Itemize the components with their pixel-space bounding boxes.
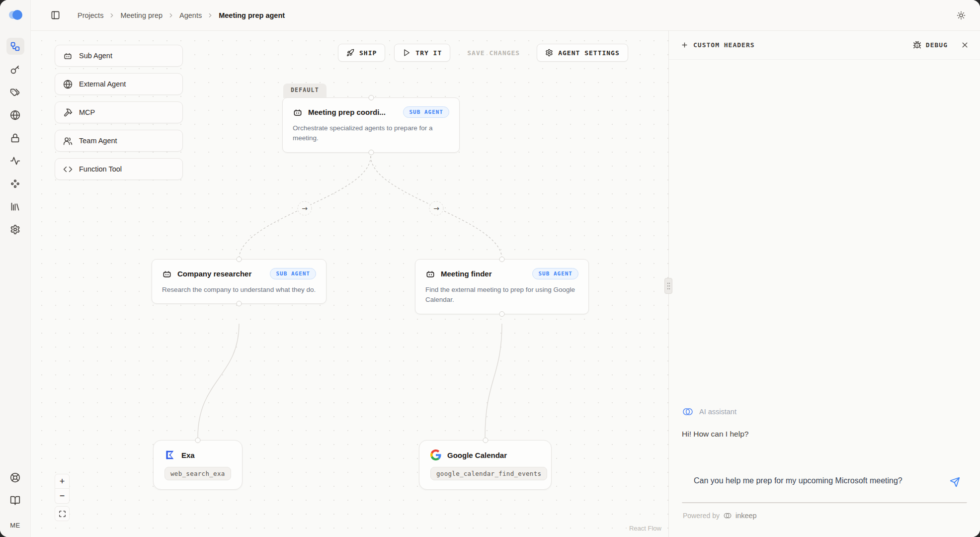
plus-icon <box>681 41 688 49</box>
sub-agent-badge: SUB AGENT <box>403 106 449 118</box>
hammer-icon <box>63 108 73 117</box>
rocket-icon <box>346 49 354 57</box>
close-icon[interactable] <box>961 41 969 49</box>
ship-button[interactable]: SHIP <box>338 44 385 62</box>
breadcrumb-agents[interactable]: Agents <box>179 11 202 19</box>
inkeep-logo <box>9 10 22 21</box>
palette-item-team-agent[interactable]: Team Agent <box>55 130 183 152</box>
palette-item-function-tool[interactable]: Function Tool <box>55 158 183 180</box>
node-description: Research the company to understand what … <box>162 285 316 295</box>
node-handle-top[interactable] <box>499 257 505 262</box>
bot-icon <box>425 269 435 279</box>
node-description: Find the external meeting to prep for us… <box>425 285 578 305</box>
activity-icon[interactable] <box>6 152 24 169</box>
node-google-calendar-tool[interactable]: Google Calendar google_calendar_find_eve… <box>419 440 552 490</box>
powered-by-label: Powered by <box>683 512 720 520</box>
node-handle-bottom[interactable] <box>499 311 505 317</box>
left-icon-rail: ME <box>0 0 31 537</box>
chat-area: AI assistant Hi! How can I help? Can you… <box>669 60 980 537</box>
agent-settings-button[interactable]: AGENT SETTINGS <box>537 44 628 62</box>
node-handle-top[interactable] <box>483 438 488 443</box>
default-agent-tag: DEFAULT <box>283 84 327 98</box>
debug-button[interactable]: DEBUG <box>913 41 948 49</box>
palette-item-external-agent[interactable]: External Agent <box>55 73 183 95</box>
node-title: Exa <box>181 451 195 459</box>
node-title: Company researcher <box>177 269 251 278</box>
node-title: Google Calendar <box>447 451 507 459</box>
chevron-right-icon <box>108 12 115 19</box>
workflow-icon[interactable] <box>6 38 24 55</box>
globe-icon <box>63 80 73 89</box>
send-button[interactable] <box>947 474 962 489</box>
powered-by-row[interactable]: Powered by inkeep <box>682 511 967 520</box>
palette-item-mcp[interactable]: MCP <box>55 101 183 123</box>
assistant-header: AI assistant <box>682 406 967 418</box>
globe-icon[interactable] <box>6 106 24 123</box>
agent-settings-button-label: AGENT SETTINGS <box>558 49 620 57</box>
book-icon[interactable] <box>6 492 24 509</box>
custom-headers-label: CUSTOM HEADERS <box>693 41 755 49</box>
react-flow-attribution[interactable]: React Flow <box>629 525 661 532</box>
gear-icon[interactable] <box>6 221 24 238</box>
key-icon[interactable] <box>6 61 24 78</box>
fit-view-button[interactable] <box>55 506 70 521</box>
bug-icon <box>913 41 921 49</box>
node-meeting-prep-coordinator[interactable]: Meeting prep coordi... SUB AGENT Orchest… <box>282 97 460 153</box>
node-meeting-finder[interactable]: Meeting finder SUB AGENT Find the extern… <box>415 259 589 314</box>
bot-icon <box>162 269 172 279</box>
edge-arrow-badge[interactable]: → <box>429 201 443 215</box>
library-icon[interactable] <box>6 198 24 215</box>
node-handle-bottom[interactable] <box>368 150 374 155</box>
arrow-right-icon: → <box>433 204 439 212</box>
sub-agent-badge: SUB AGENT <box>532 268 578 279</box>
custom-headers-button[interactable]: CUSTOM HEADERS <box>681 41 755 49</box>
chat-input[interactable]: Can you help me prep for my upcoming Mic… <box>682 467 967 503</box>
edge-meeting-finder-to-google-calendar <box>485 324 502 438</box>
flow-toolbar: SHIP TRY IT SAVE CHANGES AGENT SETTINGS <box>338 44 628 62</box>
node-handle-bottom[interactable] <box>237 301 242 306</box>
zoom-in-button[interactable]: + <box>55 474 70 489</box>
breadcrumb: Projects Meeting prep Agents Meeting pre… <box>78 11 285 19</box>
panel-resize-handle[interactable] <box>664 278 672 294</box>
bot-icon <box>293 107 303 117</box>
zoom-out-button[interactable]: − <box>55 489 70 504</box>
code-icon <box>63 165 73 174</box>
save-changes-button[interactable]: SAVE CHANGES <box>459 45 528 61</box>
node-handle-top[interactable] <box>368 95 374 100</box>
panel-left-toggle-icon[interactable] <box>48 8 63 23</box>
try-it-button[interactable]: TRY IT <box>394 44 450 62</box>
debug-label: DEBUG <box>926 41 948 49</box>
lock-icon[interactable] <box>6 129 24 146</box>
breadcrumb-meeting-prep[interactable]: Meeting prep <box>120 11 163 19</box>
users-icon <box>63 136 73 146</box>
user-avatar[interactable]: ME <box>10 522 20 529</box>
edge-arrow-badge[interactable]: → <box>298 201 312 215</box>
node-handle-top[interactable] <box>195 438 201 443</box>
palette-item-sub-agent[interactable]: Sub Agent <box>55 45 183 67</box>
edge-company-researcher-to-exa <box>198 324 239 438</box>
palette-item-label: Sub Agent <box>79 52 112 60</box>
node-exa-tool[interactable]: Exa web_search_exa <box>153 440 243 490</box>
node-title: Meeting prep coordi... <box>308 108 386 116</box>
arrow-right-icon: → <box>302 204 308 212</box>
lifebuoy-icon[interactable] <box>6 469 24 486</box>
send-icon <box>950 477 960 487</box>
google-logo-icon <box>430 449 441 460</box>
theme-toggle-sun-icon[interactable] <box>953 7 969 23</box>
flow-canvas[interactable]: → → Sub Agent External Agent <box>31 31 668 537</box>
try-it-button-label: TRY IT <box>415 49 442 57</box>
node-company-researcher[interactable]: Company researcher SUB AGENT Research th… <box>152 259 327 304</box>
fullscreen-icon <box>59 510 66 518</box>
palette-item-label: External Agent <box>79 80 126 88</box>
node-handle-top[interactable] <box>237 257 242 262</box>
breadcrumb-projects[interactable]: Projects <box>78 11 103 19</box>
exa-logo-icon <box>164 449 175 460</box>
node-title: Meeting finder <box>441 269 492 278</box>
shapes-icon[interactable] <box>6 175 24 192</box>
palette-item-label: Team Agent <box>79 137 117 145</box>
tags-icon[interactable] <box>6 84 24 100</box>
try-it-panel: CUSTOM HEADERS DEBUG <box>668 31 980 537</box>
chat-input-value[interactable]: Can you help me prep for my upcoming Mic… <box>694 475 907 487</box>
inkeep-brand-label: inkeep <box>735 512 757 520</box>
assistant-name: AI assistant <box>699 408 736 416</box>
